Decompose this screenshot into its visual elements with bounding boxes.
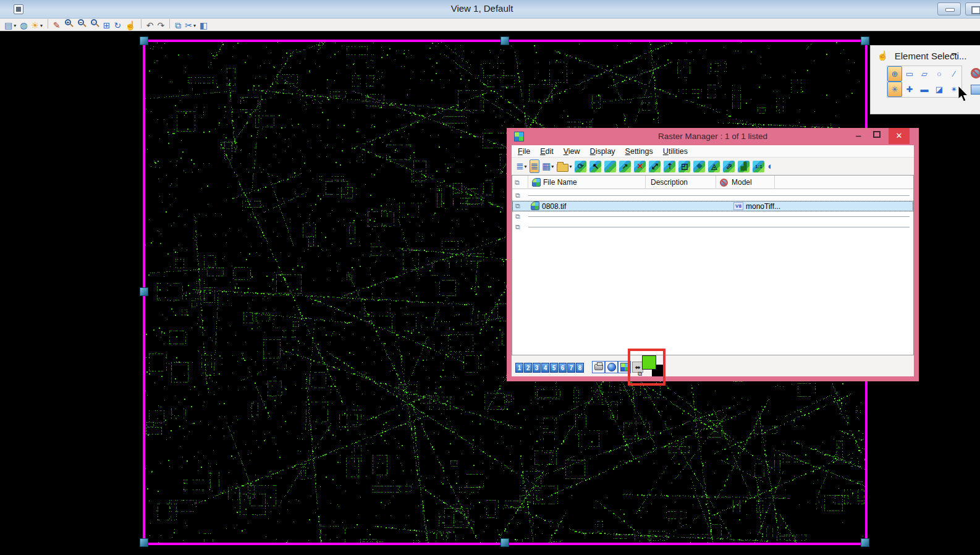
warp-raster-button[interactable]: ◬ <box>708 160 720 173</box>
selection-handle[interactable] <box>501 36 509 45</box>
raster-row-empty[interactable]: ⧉ <box>512 211 913 222</box>
view-previous-button[interactable]: ↶ <box>145 20 156 32</box>
rotate-raster-button[interactable]: ❖ <box>693 160 706 173</box>
sheet-button-3[interactable]: 3 <box>533 363 541 373</box>
selection-handle[interactable] <box>140 538 148 547</box>
sheet-button-4[interactable]: 4 <box>541 363 549 373</box>
column-model[interactable]: Model <box>716 176 775 189</box>
raster-properties-button[interactable] <box>604 160 617 173</box>
attach-raster-button[interactable]: ▾ <box>556 161 572 172</box>
refresh-raster-button[interactable]: ⟳ <box>574 160 587 173</box>
view-attributes-button[interactable]: ▤▾ <box>2 20 18 32</box>
histogram-button[interactable]: ▟ <box>737 160 750 173</box>
dropdown-arrow-icon[interactable]: ▾ <box>551 164 554 169</box>
raster-row-empty[interactable]: ⧉ <box>512 190 913 201</box>
detach-raster-icon: ✕ <box>634 161 646 172</box>
copy-raster-button[interactable]: ⇡ <box>663 160 676 173</box>
sheet-button-5[interactable]: 5 <box>550 363 558 373</box>
zoom-one-to-one-button[interactable]: 1:1 <box>752 160 765 173</box>
invert-selection-icon[interactable]: ◪ <box>932 82 947 97</box>
clip-mask-button[interactable]: ◧ <box>198 20 209 32</box>
display-style-button[interactable]: ◍ <box>18 20 29 32</box>
add-selection-icon[interactable]: ✚ <box>902 82 917 97</box>
mirror-raster-button[interactable]: ⬀ <box>722 160 735 173</box>
detach-raster-button[interactable]: ✕ <box>633 160 646 173</box>
zoom-out-button[interactable]: − <box>75 18 88 30</box>
sheet-button-1[interactable]: 1 <box>515 363 523 373</box>
update-view-button[interactable]: ✎ <box>51 20 62 32</box>
show-map-view-button[interactable]: ▦▾ <box>541 160 554 172</box>
column-description[interactable]: Description <box>646 176 716 189</box>
deselect-all-button[interactable] <box>968 66 980 81</box>
clip-mask-icon: ◧ <box>200 20 208 30</box>
dropdown-arrow-icon[interactable]: ▾ <box>14 23 16 28</box>
sheet-button-8[interactable]: 8 <box>576 363 584 373</box>
menu-view[interactable]: View <box>564 147 580 156</box>
layers-icon: ⧉ <box>515 179 520 187</box>
select-line-icon[interactable]: ∕ <box>947 66 961 82</box>
dropdown-arrow-icon[interactable]: ▾ <box>40 23 43 28</box>
sheet-button-6[interactable]: 6 <box>559 363 567 373</box>
copy-view-button[interactable]: ⧉ <box>173 20 183 32</box>
menu-edit[interactable]: Edit <box>540 147 554 156</box>
extend-raster-button[interactable]: ↗ <box>619 160 632 173</box>
raster-manager-minimize-icon[interactable]: ‒ <box>856 130 861 141</box>
selection-handle[interactable] <box>861 538 869 547</box>
clip-volume-icon: ✂ <box>185 20 192 30</box>
printer-icon <box>594 364 603 370</box>
view-window-titlebar[interactable]: View 1, Default <box>0 0 980 19</box>
rotate-view-button[interactable]: ↻ <box>112 20 124 32</box>
subtract-selection-icon[interactable]: ▬ <box>917 82 932 97</box>
copy-raster-icon: ⇡ <box>664 161 675 172</box>
select-raster-button[interactable]: ↖ <box>589 160 602 173</box>
clip-volume-button[interactable]: ✂▾ <box>183 20 198 32</box>
dropdown-arrow-icon[interactable]: ▾ <box>525 164 527 169</box>
zoom-in-button[interactable]: + <box>62 18 75 30</box>
menu-file[interactable]: File <box>518 147 530 156</box>
view-next-button[interactable]: ↷ <box>155 20 166 32</box>
raster-manager-close-button[interactable]: ✕ <box>889 128 910 144</box>
geo-button[interactable] <box>605 361 618 373</box>
restore-button[interactable] <box>965 2 980 15</box>
select-circle-icon[interactable]: ○ <box>932 66 947 82</box>
select-element-icon[interactable]: ⊕ <box>887 66 902 82</box>
zoom-out-glyph: − <box>78 19 84 25</box>
sheet-button-2[interactable]: 2 <box>524 363 532 373</box>
v8-model-icon: V8 <box>733 202 743 210</box>
menu-display[interactable]: Display <box>590 147 615 156</box>
list-view-mode-button[interactable]: ≣ <box>530 159 540 173</box>
dropdown-arrow-icon[interactable]: ▾ <box>193 23 196 28</box>
move-raster-button[interactable]: ⤢ <box>648 160 661 173</box>
fit-view-button[interactable]: ⊞ <box>101 20 112 32</box>
element-selection-row: ⊕▭▱○∕ <box>887 66 961 82</box>
adjust-brightness-button[interactable]: ☀▾ <box>29 20 44 32</box>
selection-handle[interactable] <box>861 36 869 45</box>
extend-raster-icon: ↗ <box>619 161 631 172</box>
dropdown-arrow-icon[interactable]: ▾ <box>569 164 572 169</box>
smart-select-icon[interactable]: ✳ <box>887 82 902 97</box>
window-area-button[interactable]: ▫ <box>88 18 101 30</box>
element-selection-header[interactable]: ☝ Element Selecti... <box>877 49 980 62</box>
selection-handle[interactable] <box>140 36 148 45</box>
pan-view-button[interactable]: ☝ <box>123 20 137 32</box>
layer-display-mode-button[interactable]: ≣▾ <box>515 160 528 172</box>
selection-handle[interactable] <box>140 287 148 296</box>
selection-handle[interactable] <box>501 538 509 547</box>
minimize-button[interactable] <box>937 2 961 15</box>
select-rectangle-icon[interactable]: ▭ <box>902 66 917 82</box>
element-selection-minimize-icon[interactable]: − <box>951 48 957 59</box>
contrast-brightness-button[interactable]: ◐ <box>767 160 774 172</box>
sheet-button-7[interactable]: 7 <box>567 363 575 373</box>
select-shape-icon[interactable]: ▱ <box>917 66 932 82</box>
print-button[interactable] <box>592 361 605 373</box>
raster-row-empty[interactable]: ⧉ <box>512 222 913 232</box>
window-area-icon: ▫ <box>90 19 99 28</box>
scale-raster-button[interactable]: ◰ <box>678 160 691 173</box>
menu-utilities[interactable]: Utilities <box>663 147 688 156</box>
raster-row-0808.tif[interactable]: ⧉0808.tifV8monoTiff... <box>512 201 913 211</box>
raster-manager-maximize-icon[interactable] <box>873 131 881 138</box>
histogram-overlay: ▟ <box>738 161 750 172</box>
raster-manager-titlebar[interactable]: Raster Manager : 1 of 1 listed ‒ ✕ <box>507 128 919 145</box>
menu-settings[interactable]: Settings <box>625 147 653 156</box>
column-file-name[interactable]: File Name <box>528 176 646 189</box>
